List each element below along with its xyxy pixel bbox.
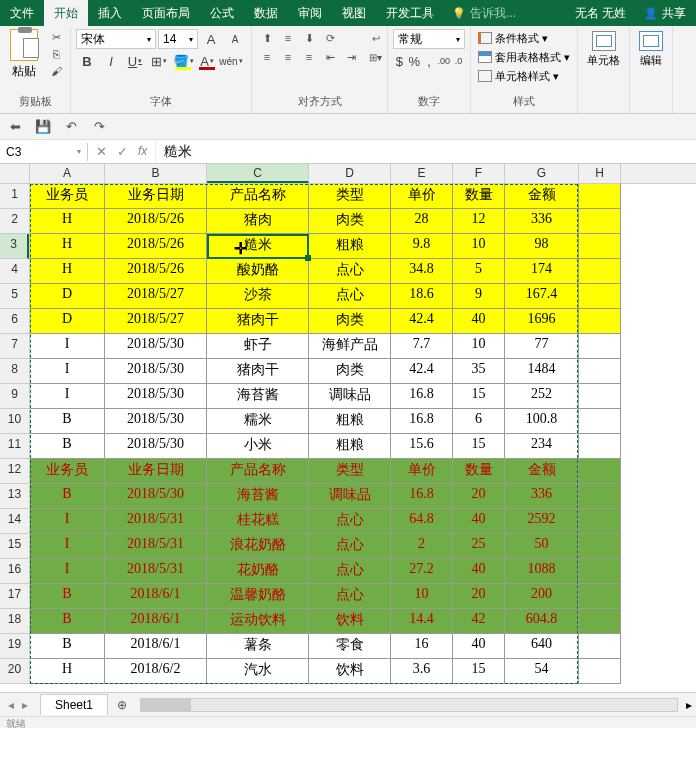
cell[interactable]: 15.6 (391, 434, 453, 459)
cell[interactable]: 336 (505, 484, 579, 509)
cell[interactable]: 桂花糕 (207, 509, 309, 534)
cell[interactable] (579, 334, 621, 359)
cell[interactable]: 点心 (309, 284, 391, 309)
qat-back-button[interactable]: ⬅ (6, 118, 24, 136)
qat-undo-button[interactable]: ↶ (62, 118, 80, 136)
cell[interactable]: 10 (391, 584, 453, 609)
cell[interactable]: 点心 (309, 584, 391, 609)
cell[interactable]: 2018/5/30 (105, 409, 207, 434)
row-header[interactable]: 5 (0, 284, 29, 309)
cell[interactable]: 40 (453, 509, 505, 534)
tab-dev[interactable]: 开发工具 (376, 0, 444, 26)
col-header-G[interactable]: G (505, 164, 579, 183)
cell[interactable] (579, 509, 621, 534)
cell[interactable]: 50 (505, 534, 579, 559)
cell[interactable]: 2018/5/26 (105, 234, 207, 259)
editing-button[interactable]: 编辑 (635, 29, 667, 70)
cell[interactable]: 饮料 (309, 609, 391, 634)
cell[interactable]: 2018/5/30 (105, 334, 207, 359)
cell[interactable]: 猪肉 (207, 209, 309, 234)
horizontal-scrollbar[interactable] (140, 698, 678, 712)
cell[interactable]: 小米 (207, 434, 309, 459)
col-header-C[interactable]: C (207, 164, 309, 183)
tab-review[interactable]: 审阅 (288, 0, 332, 26)
user-label[interactable]: 无名 无姓 (567, 0, 634, 26)
row-header[interactable]: 11 (0, 434, 29, 459)
increase-font-button[interactable]: A (200, 29, 222, 49)
cell[interactable]: 虾子 (207, 334, 309, 359)
cell[interactable]: 2018/5/31 (105, 509, 207, 534)
col-header-B[interactable]: B (105, 164, 207, 183)
cell[interactable] (579, 209, 621, 234)
cell[interactable] (579, 309, 621, 334)
col-header-E[interactable]: E (391, 164, 453, 183)
cell[interactable] (579, 634, 621, 659)
align-right-button[interactable]: ≡ (299, 48, 319, 66)
wrap-text-button[interactable]: ↩ (369, 29, 382, 47)
cell[interactable]: 20 (453, 484, 505, 509)
cell[interactable]: 2018/5/26 (105, 259, 207, 284)
col-header-H[interactable]: H (579, 164, 621, 183)
align-center-button[interactable]: ≡ (278, 48, 298, 66)
cell[interactable]: 10 (453, 334, 505, 359)
cell[interactable] (579, 559, 621, 584)
tab-file[interactable]: 文件 (0, 0, 44, 26)
cell[interactable]: 2018/6/1 (105, 609, 207, 634)
formula-input[interactable]: 糙米 (155, 141, 696, 163)
cell[interactable] (579, 484, 621, 509)
cell[interactable]: 类型 (309, 459, 391, 484)
cell[interactable]: 粗粮 (309, 234, 391, 259)
cell[interactable] (579, 284, 621, 309)
cell[interactable]: B (30, 434, 105, 459)
cell[interactable]: 5 (453, 259, 505, 284)
cell[interactable]: 糙米 (207, 234, 309, 259)
row-header[interactable]: 17 (0, 584, 29, 609)
bold-button[interactable]: B (76, 51, 98, 71)
cell[interactable]: 42.4 (391, 359, 453, 384)
fx-icon[interactable]: fx (138, 144, 147, 159)
tab-data[interactable]: 数据 (244, 0, 288, 26)
cell[interactable]: 金额 (505, 184, 579, 209)
cell[interactable]: 54 (505, 659, 579, 684)
row-header[interactable]: 3 (0, 234, 29, 259)
cell[interactable]: I (30, 334, 105, 359)
cell[interactable] (579, 459, 621, 484)
cancel-icon[interactable]: ✕ (96, 144, 107, 159)
cell[interactable]: 6 (453, 409, 505, 434)
cell[interactable]: 16.8 (391, 484, 453, 509)
inc-decimal-button[interactable]: .00 (437, 51, 450, 71)
cell[interactable]: 类型 (309, 184, 391, 209)
cell[interactable]: 猪肉干 (207, 359, 309, 384)
cell[interactable]: 酸奶酪 (207, 259, 309, 284)
cell[interactable]: 猪肉干 (207, 309, 309, 334)
cell[interactable]: D (30, 309, 105, 334)
cell[interactable]: 调味品 (309, 384, 391, 409)
cell[interactable]: 604.8 (505, 609, 579, 634)
percent-button[interactable]: % (408, 51, 421, 71)
qat-save-button[interactable]: 💾 (34, 118, 52, 136)
cell[interactable]: I (30, 359, 105, 384)
cell[interactable]: I (30, 509, 105, 534)
row-header[interactable]: 10 (0, 409, 29, 434)
cell[interactable]: 252 (505, 384, 579, 409)
cell[interactable]: 2018/5/31 (105, 534, 207, 559)
cell[interactable]: 34.8 (391, 259, 453, 284)
scroll-right-button[interactable]: ▸ (682, 698, 696, 712)
cell[interactable] (579, 384, 621, 409)
cell[interactable]: 7.7 (391, 334, 453, 359)
cell[interactable] (579, 234, 621, 259)
cell[interactable]: 40 (453, 634, 505, 659)
name-box[interactable]: C3▾ (0, 143, 88, 161)
cell[interactable]: 15 (453, 434, 505, 459)
number-format-select[interactable]: 常规▾ (393, 29, 465, 49)
cell[interactable]: 零食 (309, 634, 391, 659)
cell[interactable] (579, 359, 621, 384)
cell[interactable]: 27.2 (391, 559, 453, 584)
cell[interactable]: 64.8 (391, 509, 453, 534)
cell[interactable]: 糯米 (207, 409, 309, 434)
cell[interactable]: 单价 (391, 184, 453, 209)
currency-button[interactable]: $ (393, 51, 406, 71)
font-color-button[interactable]: A▾ (196, 51, 218, 71)
font-size-select[interactable]: 14▾ (158, 29, 198, 49)
cell[interactable]: 业务员 (30, 184, 105, 209)
